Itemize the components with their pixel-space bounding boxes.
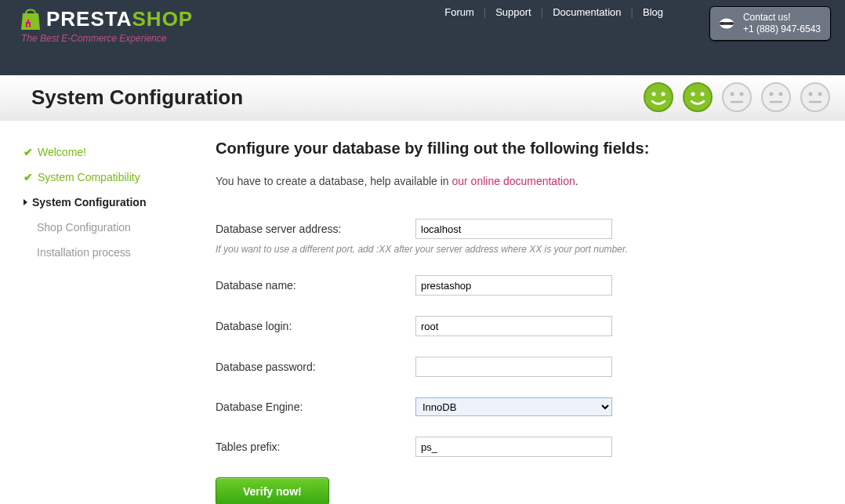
page-title: System Configuration: [31, 85, 243, 110]
form-heading: Configure your database by filling out t…: [216, 140, 796, 158]
contact-phone: +1 (888) 947-6543: [743, 24, 821, 35]
svg-point-20: [809, 92, 813, 96]
face-done-icon: [643, 82, 674, 113]
svg-point-5: [644, 83, 673, 111]
topbar: PRESTASHOP The Best E-Commerce Experienc…: [0, 0, 845, 75]
tables-prefix-input[interactable]: [415, 437, 612, 457]
svg-point-17: [779, 92, 783, 96]
docs-link[interactable]: our online documentation: [452, 175, 575, 187]
label-server: Database server address:: [216, 223, 415, 235]
sidebar-item-compat[interactable]: ✔System Compatibility: [24, 165, 208, 190]
server-hint: If you want to use a different port, add…: [216, 244, 796, 255]
arrow-right-icon: [24, 199, 27, 205]
phone-icon: [718, 15, 735, 32]
db-server-input[interactable]: [415, 219, 612, 239]
face-pending-icon: [800, 82, 831, 113]
svg-point-6: [652, 92, 656, 96]
svg-point-15: [762, 83, 790, 111]
contact-label: Contact us!: [743, 12, 821, 24]
intro-text: You have to create a database, help avai…: [216, 175, 796, 187]
svg-point-4: [730, 22, 733, 25]
svg-point-8: [684, 83, 712, 111]
nav-forum[interactable]: Forum: [435, 6, 484, 18]
svg-point-9: [691, 92, 695, 96]
contact-box[interactable]: Contact us! +1 (888) 947-6543: [709, 6, 831, 41]
top-nav: Forum | Support | Documentation | Blog: [435, 6, 673, 18]
titlebar: System Configuration: [0, 75, 845, 121]
label-prefix: Tables prefix:: [216, 441, 415, 453]
check-icon: ✔: [24, 171, 33, 183]
verify-button[interactable]: Verify now!: [216, 477, 329, 504]
svg-point-19: [801, 83, 829, 111]
db-login-input[interactable]: [415, 316, 612, 336]
sidebar-item-install[interactable]: Installation process: [24, 240, 208, 265]
logo-text: PRESTASHOP: [46, 7, 193, 31]
logo: PRESTASHOP The Best E-Commerce Experienc…: [20, 6, 193, 44]
face-done-icon: [682, 82, 713, 113]
svg-point-16: [770, 92, 774, 96]
shopping-bag-icon: [20, 6, 42, 31]
svg-point-11: [723, 83, 751, 111]
label-engine: Database Engine:: [216, 401, 415, 413]
sidebar-item-sysconf[interactable]: System Configuration: [24, 190, 208, 215]
main-content: Configure your database by filling out t…: [216, 140, 796, 504]
db-name-input[interactable]: [415, 275, 612, 296]
db-engine-select[interactable]: InnoDB: [415, 397, 612, 416]
label-password: Database password:: [216, 361, 415, 373]
svg-point-13: [740, 92, 744, 96]
db-password-input[interactable]: [415, 357, 612, 377]
nav-support[interactable]: Support: [486, 6, 541, 18]
nav-blog[interactable]: Blog: [633, 6, 673, 18]
sidebar: ✔Welcome! ✔System Compatibility System C…: [24, 140, 208, 504]
label-login: Database login:: [216, 320, 415, 332]
svg-point-3: [720, 22, 724, 25]
face-pending-icon: [721, 82, 753, 113]
svg-point-7: [662, 92, 665, 96]
check-icon: ✔: [24, 146, 33, 158]
svg-point-0: [27, 20, 29, 21]
label-dbname: Database name:: [216, 279, 415, 292]
face-pending-icon: [760, 82, 792, 113]
sidebar-item-welcome[interactable]: ✔Welcome!: [24, 140, 208, 165]
sidebar-item-shopconf[interactable]: Shop Configuration: [24, 215, 208, 240]
progress-faces: [643, 82, 831, 113]
svg-point-21: [818, 92, 822, 96]
tagline: The Best E-Commerce Experience: [21, 33, 193, 44]
svg-point-12: [731, 92, 734, 96]
svg-point-10: [701, 92, 705, 96]
nav-documentation[interactable]: Documentation: [543, 6, 630, 18]
